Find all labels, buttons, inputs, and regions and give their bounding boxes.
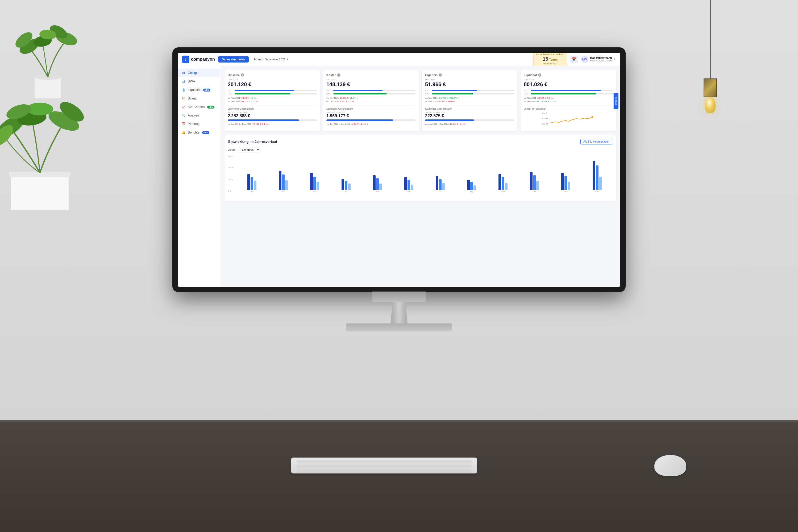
filter-select[interactable]: Ergebnis Umsätze Kosten bbox=[239, 147, 261, 152]
kosten-info-icon[interactable]: i bbox=[337, 73, 341, 77]
liquiditaet-badge: NEU bbox=[203, 89, 210, 92]
monat-selector[interactable]: Monat: Dezember 2021 ▾ bbox=[254, 57, 289, 61]
kosten-rac-track bbox=[333, 93, 416, 94]
bar-jul-light bbox=[442, 183, 445, 190]
sidebar-item-analyse[interactable]: 🔍 Analyse bbox=[178, 111, 220, 120]
svg-text:1 M €: 1 M € bbox=[542, 112, 547, 114]
feedback-tab[interactable]: Feedback bbox=[614, 93, 619, 109]
bar-apr-light bbox=[348, 184, 350, 190]
bar-aug-mid bbox=[470, 182, 473, 190]
download-button[interactable]: Als Bild herunterladen bbox=[581, 139, 612, 145]
sidebar-item-liquiditaet[interactable]: 💧 Liquidität NEU bbox=[178, 86, 220, 94]
keyboard-keys bbox=[291, 458, 477, 473]
daten-einspielen-button[interactable]: Daten einspielen bbox=[218, 56, 249, 62]
chart-filter: Zeige: Ergebnis Umsätze Kosten bbox=[228, 147, 612, 152]
monat-chevron: ▾ bbox=[287, 57, 289, 61]
calendar-button[interactable]: 📅 bbox=[570, 56, 578, 63]
bar-feb-mid bbox=[282, 174, 285, 190]
bar-group-feb: Feb bbox=[268, 155, 299, 192]
bar-feb-dark bbox=[279, 171, 281, 190]
bar-jul-dark bbox=[436, 176, 438, 190]
ergebnis-info-icon[interactable]: i bbox=[439, 73, 442, 77]
monitor-stand-base bbox=[346, 323, 452, 331]
svg-rect-8 bbox=[11, 173, 69, 210]
logo-text: companyon bbox=[191, 57, 215, 62]
liquiditaet-ist-fill bbox=[531, 90, 601, 91]
bar-jun-dark bbox=[404, 177, 407, 190]
ergebnis-rac-track bbox=[432, 93, 514, 94]
monat-label: Monat: bbox=[254, 58, 263, 61]
ergebnis-sub-progress-track bbox=[425, 119, 514, 121]
kosten-vs-dez20: vs. Dez 2020 -1.962 € -1,3 % ↓ bbox=[326, 100, 416, 103]
bar-label-apr: Apr bbox=[345, 190, 348, 192]
kpi-card-umsaetze: Umsätze i Dez 2021 201.120 € ISt bbox=[225, 70, 320, 131]
ergebnis-vs-dez20: vs. Dez 2020 -94.892 € -64,6 % ↓ bbox=[425, 100, 514, 103]
bar-label-nov: Nov bbox=[564, 190, 567, 192]
bar-nov-mid bbox=[565, 176, 567, 190]
kosten-sub-progress-track bbox=[326, 119, 416, 121]
liquidity-sparkline: 1 M € 900 T€ 800 T€ bbox=[524, 111, 613, 127]
bar-label-jun: Jun bbox=[407, 190, 410, 192]
trial-banner: Ihr Probezeitraum endet in 15 Tagen Bis … bbox=[533, 53, 567, 66]
ergebnis-sub-period: Jan 2021 – Dez 2021 bbox=[425, 111, 514, 114]
umsaetze-rac-track bbox=[234, 93, 317, 94]
berichte-badge: NEU bbox=[202, 131, 209, 134]
kosten-sub-title: Laufendes Geschäftsjahr bbox=[326, 108, 416, 110]
sidebar-item-planung[interactable]: 📅 Planung bbox=[178, 120, 220, 128]
ergebnis-vs-nov: vs. Nov 2021 +34.780 € +242,2 % ↑ bbox=[425, 97, 514, 100]
y-axis-labels: 60 T€ 40 T€ 20 T€ 0 € bbox=[228, 155, 236, 192]
hanging-lamp bbox=[702, 0, 718, 133]
bar-group-nov: Nov bbox=[551, 155, 581, 192]
app-body: ⊞ Cockpit 📊 BWA 💧 Liquidität NEU 📋 bbox=[178, 66, 620, 287]
kosten-comparison: vs. Nov 2021 -19.036 € -11,8 % ↓ vs. Dez… bbox=[326, 97, 416, 103]
bar-jun-light bbox=[411, 185, 413, 190]
liquiditaet-vs-dez20: vs. Dez 2020 +117.635 € +17,2 % ↑ bbox=[524, 100, 613, 103]
umsaetze-info-icon[interactable]: i bbox=[241, 73, 244, 77]
bar-jul-mid bbox=[439, 179, 441, 190]
plant-bottom-left bbox=[0, 80, 96, 213]
ergebnis-rac-fill bbox=[432, 93, 473, 94]
liquiditaet-card-title: Liquidität i bbox=[524, 73, 613, 77]
user-menu[interactable]: MM Max Mustermann Musterkäufer GmbH ▼ bbox=[581, 56, 616, 63]
chart-header: Entwicklung im Jahresverlauf Als Bild he… bbox=[228, 139, 612, 145]
bar-sep-light bbox=[505, 183, 508, 190]
svg-point-20 bbox=[592, 116, 593, 118]
bar-group-aug: Aug bbox=[456, 155, 487, 192]
bar-mai-dark bbox=[373, 175, 376, 190]
sidebar-item-bwa[interactable]: 📊 BWA bbox=[178, 77, 220, 86]
kosten-sub: Laufendes Geschäftsjahr Jan 2021 – Dez 2… bbox=[326, 106, 416, 126]
bar-jun-mid bbox=[407, 180, 410, 190]
kosten-bar-ist: ISt bbox=[326, 89, 416, 92]
bar-mai-mid bbox=[376, 178, 379, 190]
sidebar-label-planung: Planung bbox=[188, 122, 200, 126]
umsaetze-sub: Laufendes Geschäftsjahr Jan 2021 – Dez 2… bbox=[228, 106, 317, 126]
sidebar-item-bilanz[interactable]: 📋 Bilanz bbox=[178, 94, 220, 103]
bar-sep-mid bbox=[502, 177, 504, 190]
bar-nov-dark bbox=[561, 173, 564, 190]
sidebar-item-berichte[interactable]: 🔔 Berichte NEU bbox=[178, 128, 220, 137]
umsaetze-sub-progress-fill bbox=[228, 119, 299, 121]
bar-label-aug: Aug bbox=[470, 190, 473, 192]
umsaetze-ist-fill bbox=[234, 90, 294, 91]
umsaetze-sub-period: Jan 2021 – Dez 2021 bbox=[228, 111, 317, 114]
bar-label-mai: Mai bbox=[376, 190, 379, 192]
sidebar-item-cockpit[interactable]: ⊞ Cockpit bbox=[178, 69, 220, 77]
y-label-60: 60 T€ bbox=[228, 155, 236, 157]
bar-dez-light bbox=[599, 177, 602, 190]
kosten-sub-value: 1.969.177 € bbox=[326, 114, 416, 118]
user-company: Musterkäufer GmbH bbox=[590, 59, 612, 62]
monitor-stand-neck bbox=[388, 302, 410, 323]
bar-label-jan: Jan bbox=[250, 190, 253, 192]
sidebar-item-kennzahlen[interactable]: 📈 Kennzahlen NEU bbox=[178, 103, 220, 111]
kosten-bar-rac: RAC bbox=[326, 93, 416, 95]
bar-label-dez: Dez bbox=[595, 190, 599, 192]
bar-chart-container: 60 T€ 40 T€ 20 T€ 0 € bbox=[228, 155, 612, 198]
liquiditaet-info-icon[interactable]: i bbox=[538, 73, 541, 77]
kosten-value: 148.139 € bbox=[326, 81, 416, 88]
umsaetze-sub-title: Laufendes Geschäftsjahr bbox=[228, 108, 317, 110]
umsaetze-sub-progress-track bbox=[228, 119, 317, 121]
umsaetze-period: Dez 2021 bbox=[228, 78, 317, 81]
bar-aug-light bbox=[474, 185, 476, 190]
bar-label-sep: Sep bbox=[501, 190, 505, 192]
liquiditaet-bar-rac: RAC bbox=[524, 93, 613, 95]
